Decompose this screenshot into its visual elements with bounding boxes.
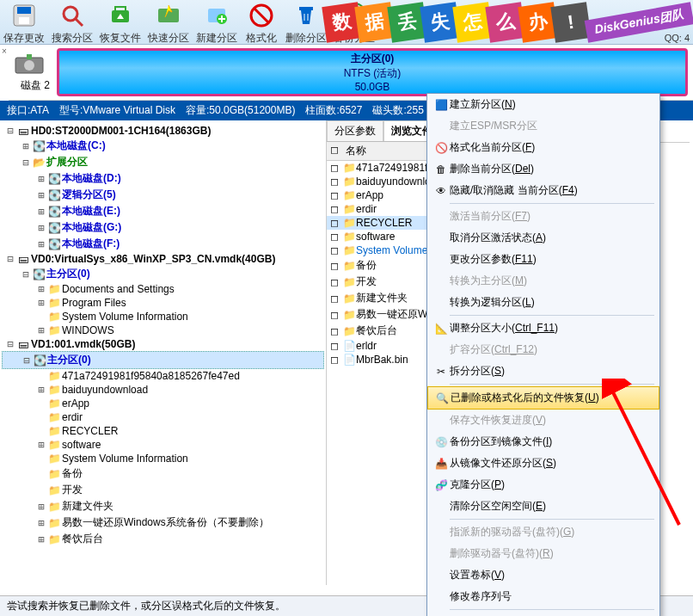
expand-icon[interactable]: ⊞ bbox=[36, 206, 46, 218]
expand-icon[interactable]: ⊟ bbox=[21, 268, 31, 280]
tool-recover[interactable]: 恢复文件 bbox=[96, 0, 144, 46]
expand-icon[interactable]: ⊟ bbox=[21, 354, 32, 367]
tree-node[interactable]: ⊟💽主分区(0) bbox=[2, 351, 324, 369]
banner: 数据丢失怎么办!DiskGenius团队QQ: 4 bbox=[324, 0, 693, 45]
checkbox[interactable]: ◻ bbox=[330, 340, 342, 352]
expand-icon[interactable]: ⊟ bbox=[5, 338, 15, 350]
checkbox[interactable]: ◻ bbox=[330, 176, 342, 188]
expand-icon[interactable]: ⊞ bbox=[36, 173, 46, 185]
tree-node[interactable]: ⊟💽主分区(0) bbox=[2, 266, 324, 282]
expand-icon[interactable]: ⊞ bbox=[36, 439, 46, 451]
partition-bar[interactable]: 主分区(0) NTFS (活动) 50.0GB bbox=[57, 48, 688, 96]
tool-label: 删除分区 bbox=[285, 31, 327, 46]
tree-node[interactable]: 📁开发 bbox=[2, 482, 324, 498]
menu-item[interactable]: 🧬克隆分区(P) bbox=[427, 474, 659, 496]
menu-item[interactable]: 👁隐藏/取消隐藏 当前分区(F4) bbox=[427, 180, 659, 201]
checkbox[interactable]: ◻ bbox=[330, 276, 342, 288]
expand-icon[interactable]: ⊞ bbox=[36, 517, 46, 529]
tree-node[interactable]: ⊞📁WINDOWS bbox=[2, 323, 324, 337]
menu-item[interactable]: 转换为逻辑分区(L) bbox=[427, 292, 659, 313]
tree-node[interactable]: ⊞💽本地磁盘(C:) bbox=[2, 138, 324, 154]
tree-node[interactable]: 📁471a72491981f95840a8185267fe47ed bbox=[2, 369, 324, 383]
expand-icon[interactable]: ⊞ bbox=[36, 189, 46, 201]
checkbox[interactable]: ◻ bbox=[330, 244, 342, 256]
menu-item[interactable]: 🟦建立新分区(N) bbox=[427, 94, 659, 115]
tool-search[interactable]: 搜索分区 bbox=[48, 0, 96, 46]
tree-node[interactable]: 📁System Volume Information bbox=[2, 310, 324, 323]
disk-tree[interactable]: ⊟🖴HD0:ST2000DM001-1CH164(1863GB)⊞💽本地磁盘(C… bbox=[0, 120, 327, 585]
checkbox[interactable]: ◻ bbox=[330, 189, 342, 201]
hdd-icon: 🖴 bbox=[15, 338, 31, 350]
checkbox[interactable]: ◻ bbox=[330, 203, 342, 215]
fld-icon: 📁 bbox=[46, 425, 62, 437]
col-check[interactable]: ◻ bbox=[330, 144, 346, 158]
tree-node[interactable]: 📁备份 bbox=[2, 465, 324, 482]
menu-item[interactable]: ✂拆分分区(S) bbox=[427, 360, 659, 382]
col-name[interactable]: 名称 bbox=[346, 144, 366, 158]
menu-item[interactable]: 📐调整分区大小(Ctrl_F11) bbox=[427, 317, 659, 339]
menu-item[interactable]: 📥从镜像文件还原分区(S) bbox=[427, 453, 659, 474]
tree-node[interactable]: ⊞📁新建文件夹 bbox=[2, 498, 324, 514]
tool-save[interactable]: 保存更改 bbox=[0, 0, 48, 46]
checkbox[interactable]: ◻ bbox=[330, 309, 342, 321]
tree-node[interactable]: ⊞📁Program Files bbox=[2, 296, 324, 310]
partition-context-menu[interactable]: 🟦建立新分区(N)建立ESP/MSR分区🚫格式化当前分区(F)🗑删除当前分区(D… bbox=[426, 93, 660, 585]
tool-format[interactable]: 格式化 bbox=[241, 0, 282, 46]
tree-node[interactable]: ⊟🖴VD1:001.vmdk(50GB) bbox=[2, 337, 324, 351]
checkbox[interactable]: ◻ bbox=[330, 325, 342, 337]
close-icon[interactable]: × bbox=[0, 45, 9, 101]
tree-node[interactable]: ⊞📁Documents and Settings bbox=[2, 282, 324, 296]
fld-icon: 📁 bbox=[46, 411, 62, 423]
menu-item[interactable]: 💿备份分区到镜像文件(I) bbox=[427, 431, 659, 453]
tree-node[interactable]: ⊞📁易数一键还原Windows系统备份（不要删除） bbox=[2, 514, 324, 531]
tab-params[interactable]: 分区参数 bbox=[327, 120, 383, 141]
tree-node[interactable]: ⊞📁餐饮后台 bbox=[2, 531, 324, 547]
menu-item[interactable]: 清除分区空闲空间(E) bbox=[427, 496, 659, 517]
tree-node[interactable]: 📁System Volume Information bbox=[2, 452, 324, 465]
tool-new[interactable]: 新建分区 bbox=[193, 0, 241, 46]
menu-icon: 🗑 bbox=[432, 163, 450, 176]
tree-node[interactable]: ⊟🖴HD0:ST2000DM001-1CH164(1863GB) bbox=[2, 124, 324, 138]
checkbox[interactable]: ◻ bbox=[330, 293, 342, 305]
checkbox[interactable]: ◻ bbox=[330, 162, 342, 174]
tree-node[interactable]: ⊞💽逻辑分区(5) bbox=[2, 187, 324, 203]
expand-icon[interactable]: ⊞ bbox=[36, 283, 46, 295]
tree-node[interactable]: ⊞💽本地磁盘(F:) bbox=[2, 236, 324, 252]
expand-icon[interactable]: ⊞ bbox=[36, 324, 46, 336]
checkbox[interactable]: ◻ bbox=[330, 260, 342, 272]
tree-node[interactable]: 📁erdir bbox=[2, 410, 324, 424]
tree-node[interactable]: 📁RECYCLER bbox=[2, 424, 324, 438]
tree-node[interactable]: ⊞📁software bbox=[2, 438, 324, 452]
disk-icon: 磁盘 2 bbox=[14, 52, 57, 93]
menu-item[interactable]: 取消分区激活状态(A) bbox=[427, 227, 659, 249]
folder-icon: 📁 bbox=[342, 203, 356, 215]
menu-label: 克隆分区(P) bbox=[450, 477, 505, 492]
expand-icon[interactable]: ⊞ bbox=[36, 238, 46, 250]
tool-quick[interactable]: 快速分区 bbox=[144, 0, 193, 46]
tree-node[interactable]: 📁erApp bbox=[2, 397, 324, 410]
menu-item[interactable]: 更改分区参数(F11) bbox=[427, 249, 659, 270]
tree-node[interactable]: ⊞💽本地磁盘(D:) bbox=[2, 170, 324, 187]
drv-icon: 💽 bbox=[46, 206, 62, 218]
menu-item[interactable]: 🚫格式化当前分区(F) bbox=[427, 137, 659, 158]
tree-node[interactable]: ⊞💽本地磁盘(E:) bbox=[2, 203, 324, 219]
expand-icon[interactable]: ⊞ bbox=[36, 297, 46, 309]
expand-icon[interactable]: ⊞ bbox=[21, 140, 31, 152]
tree-node[interactable]: ⊞📁baiduyundownload bbox=[2, 383, 324, 397]
tree-node[interactable]: ⊟🖴VD0:VirtualSys_x86_WinXP_SP3_CN.vmdk(4… bbox=[2, 252, 324, 266]
menu-item[interactable]: 🔍已删除或格式化后的文件恢复(U) bbox=[427, 386, 659, 410]
expand-icon[interactable]: ⊟ bbox=[21, 157, 31, 169]
expand-icon[interactable]: ⊞ bbox=[36, 501, 46, 513]
expand-icon[interactable]: ⊞ bbox=[36, 384, 46, 396]
checkbox[interactable]: ◻ bbox=[330, 354, 342, 366]
checkbox[interactable]: ◻ bbox=[330, 231, 342, 243]
menu-item[interactable]: 设置卷标(V) bbox=[427, 564, 659, 585]
expand-icon[interactable]: ⊟ bbox=[5, 125, 15, 137]
expand-icon[interactable]: ⊞ bbox=[36, 533, 46, 545]
menu-item[interactable]: 🗑删除当前分区(Del) bbox=[427, 158, 659, 180]
expand-icon[interactable]: ⊞ bbox=[36, 222, 46, 234]
tree-node[interactable]: ⊟📂扩展分区 bbox=[2, 154, 324, 170]
checkbox[interactable]: ◻ bbox=[330, 217, 342, 229]
tree-node[interactable]: ⊞💽本地磁盘(G:) bbox=[2, 219, 324, 236]
expand-icon[interactable]: ⊟ bbox=[5, 253, 15, 265]
